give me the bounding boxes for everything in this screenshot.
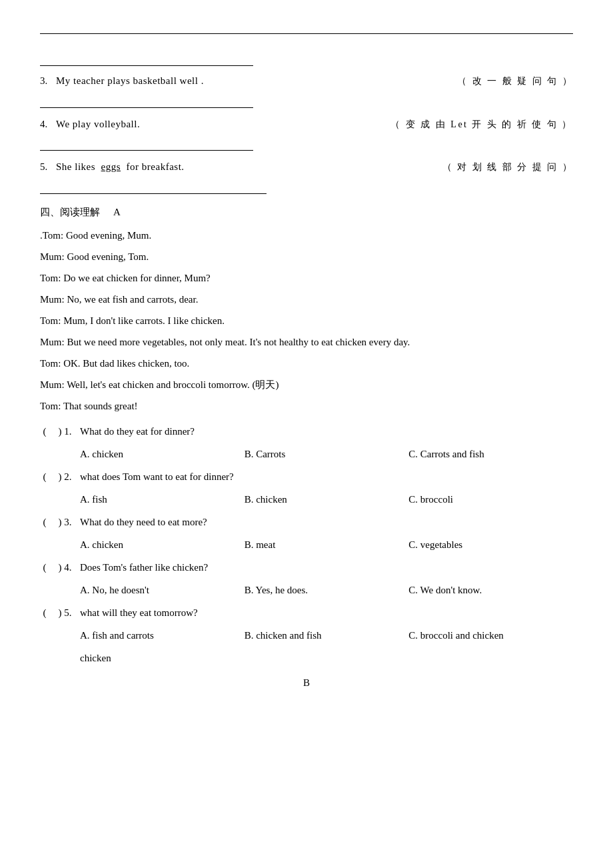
mc-q4-num: ) 4. (53, 557, 80, 577)
mc-q5-opt-c: C. broccoli and chicken (408, 625, 573, 645)
mc-q1-opt-b: B. Carrots (245, 444, 409, 464)
q5-underlined-word: eggs (101, 161, 121, 172)
mc-q3-opt-b: B. meat (245, 535, 409, 555)
q3-text: My teacher plays basketball well . (56, 71, 450, 91)
mc-q1-opt-c: C. Carrots and fish (408, 444, 573, 464)
mc-q4-row: ( ) 4. Does Tom's father like chicken? (40, 557, 573, 577)
mc-q4-question: Does Tom's father like chicken? (80, 557, 573, 577)
dialogue-line-8: Mum: Well, let's eat chicken and broccol… (40, 375, 573, 395)
mc-q3-num: ) 3. (53, 512, 80, 532)
mc-q2-question: what does Tom want to eat for dinner? (80, 467, 573, 487)
mc-q1-opt-a: A. chicken (80, 444, 245, 464)
dialogue-line-3: Tom: Do we eat chicken for dinner, Mum? (40, 268, 573, 288)
mc-q5-opt-b: B. chicken and fish (245, 625, 409, 645)
mc-q4-options: A. No, he doesn't B. Yes, he does. C. We… (80, 580, 573, 600)
mc-q3-open: ( (40, 512, 49, 532)
section-four: 四、阅读理解 A .Tom: Good evening, Mum. Mum: G… (40, 206, 573, 689)
q3-number: 3. (40, 71, 56, 91)
mc-q2-opt-b: B. chicken (245, 489, 409, 509)
mc-q1-open: ( (40, 421, 49, 441)
dialogue-line-9: Tom: That sounds great! (40, 396, 573, 416)
dialogue-block: .Tom: Good evening, Mum. Mum: Good eveni… (40, 225, 573, 416)
q5-text-after: for breakfast. (127, 161, 185, 172)
mc-q1-question: What do they eat for dinner? (80, 421, 573, 441)
mc-q5-question: what will they eat tomorrow? (80, 603, 573, 623)
section-b-label: B (40, 677, 573, 689)
question-3: 3. My teacher plays basketball well . （ … (40, 71, 573, 108)
q3-answer-line (40, 96, 253, 108)
mc-q3-options: A. chicken B. meat C. vegetables (80, 535, 573, 555)
q5-answer-line (40, 182, 267, 194)
q4-text: We play volleyball. (56, 115, 384, 134)
mc-q4-opt-a: A. No, he doesn't (80, 580, 245, 600)
dialogue-line-7: Tom: OK. But dad likes chicken, too. (40, 353, 573, 373)
q5-number: 5. (40, 157, 56, 177)
dialogue-line-5: Tom: Mum, I don't like carrots. I like c… (40, 311, 573, 331)
blank-answer-line-top (40, 54, 253, 66)
dialogue-line-1: .Tom: Good evening, Mum. (40, 225, 573, 245)
q5-instruction: （ 对 划 线 部 分 提 问 ） (442, 159, 574, 177)
mc-q3-row: ( ) 3. What do they need to eat more? (40, 512, 573, 532)
mc-q5-overflow: chicken (80, 648, 573, 668)
mc-q5-num: ) 5. (53, 603, 80, 623)
mc-q5-options: A. fish and carrots B. chicken and fish … (80, 625, 573, 645)
q5-text: She likes eggs for breakfast. (56, 157, 436, 177)
mc-q2-row: ( ) 2. what does Tom want to eat for din… (40, 467, 573, 487)
section-four-a-label: A (113, 207, 121, 218)
mc-q3-question: What do they need to eat more? (80, 512, 573, 532)
mc-q2-opt-a: A. fish (80, 489, 245, 509)
dialogue-line-2: Mum: Good evening, Tom. (40, 247, 573, 267)
mc-q2-options: A. fish B. chicken C. broccoli (80, 489, 573, 509)
mc-q4-opt-b: B. Yes, he does. (245, 580, 409, 600)
dialogue-line-6: Mum: But we need more vegetables, not on… (40, 332, 573, 352)
mc-q1-num: ) 1. (53, 421, 80, 441)
mc-q4-open: ( (40, 557, 49, 577)
question-4: 4. We play volleyball. （ 变 成 由 Let 开 头 的… (40, 115, 573, 151)
mc-q3-opt-a: A. chicken (80, 535, 245, 555)
mc-q2-opt-c: C. broccoli (408, 489, 573, 509)
mc-q5-open: ( (40, 603, 49, 623)
mc-q1-row: ( ) 1. What do they eat for dinner? (40, 421, 573, 441)
dialogue-line-4: Mum: No, we eat fish and carrots, dear. (40, 289, 573, 309)
mc-q5-row: ( ) 5. what will they eat tomorrow? (40, 603, 573, 623)
q5-text-before: She likes (56, 161, 95, 172)
mc-q2-open: ( (40, 467, 49, 487)
q3-instruction: （ 改 一 般 疑 问 句 ） (457, 73, 573, 91)
mc-q5-opt-a: A. fish and carrots (80, 625, 245, 645)
mc-q3-opt-c: C. vegetables (408, 535, 573, 555)
mc-q4-opt-c: C. We don't know. (408, 580, 573, 600)
q4-instruction: （ 变 成 由 Let 开 头 的 祈 使 句 ） (390, 116, 573, 134)
section-four-label: 四、阅读理解 (40, 206, 100, 219)
q4-answer-line (40, 139, 253, 151)
top-divider-line (40, 33, 573, 34)
question-5: 5. She likes eggs for breakfast. （ 对 划 线… (40, 157, 573, 194)
mc-q1-options: A. chicken B. Carrots C. Carrots and fis… (80, 444, 573, 464)
section-four-title: 四、阅读理解 A (40, 206, 573, 219)
q4-number: 4. (40, 115, 56, 134)
mc-block: ( ) 1. What do they eat for dinner? A. c… (40, 421, 573, 668)
mc-q2-num: ) 2. (53, 467, 80, 487)
